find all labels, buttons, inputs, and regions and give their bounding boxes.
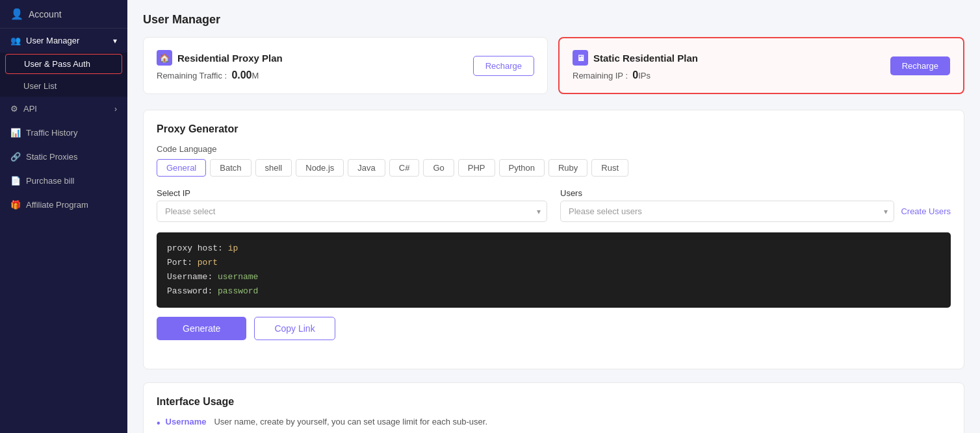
static-plan-title: Static Residential Plan	[593, 53, 698, 64]
residential-plan-card: 🏠 Residential Proxy Plan Remaining Traff…	[143, 37, 548, 94]
code-line: proxy host: ip	[167, 241, 940, 256]
static-recharge-button[interactable]: Recharge	[890, 56, 950, 75]
create-users-link[interactable]: Create Users	[901, 206, 951, 216]
users-group: Users Please select users Create Users	[560, 188, 951, 222]
lang-btn-general[interactable]: General	[157, 159, 206, 177]
purchase-icon: 📄	[10, 176, 21, 186]
lang-btn-nodejs[interactable]: Node.js	[296, 159, 344, 177]
interface-usage-section: Interface Usage UsernameUser name, creat…	[143, 382, 964, 433]
sidebar-item-user-list[interactable]: User List	[0, 75, 127, 97]
code-line: Port: port	[167, 256, 940, 270]
sidebar-item-api[interactable]: ⚙ API ›	[0, 97, 127, 121]
sidebar-purchase-label: Purchase bill	[26, 176, 74, 186]
interface-usage-title: Interface Usage	[157, 396, 951, 408]
select-ip-group: Select IP Please select	[157, 188, 547, 222]
lang-btn-rust[interactable]: Rust	[591, 159, 628, 177]
lang-btn-batch[interactable]: Batch	[210, 159, 251, 177]
static-plan-title-row: 🖥 Static Residential Plan	[573, 50, 698, 66]
sidebar-item-user-pass-auth[interactable]: User & Pass Auth	[5, 54, 122, 74]
lang-btn-shell[interactable]: shell	[255, 159, 292, 177]
select-ip-label: Select IP	[157, 188, 547, 198]
sidebar-item-traffic-history[interactable]: 📊 Traffic History	[0, 121, 127, 145]
usage-list-item: UsernameUser name, create by yourself, y…	[157, 417, 951, 429]
residential-recharge-button[interactable]: Recharge	[473, 56, 534, 76]
sidebar: 👤 Account 👥 User Manager ▾ User & Pass A…	[0, 0, 127, 433]
proxy-generator-title: Proxy Generator	[157, 123, 951, 135]
usage-desc: User name, create by yourself, you can s…	[214, 417, 487, 427]
lang-btn-php[interactable]: PHP	[458, 159, 495, 177]
select-ip-input[interactable]: Please select	[157, 201, 547, 222]
proxy-generator-section: Proxy Generator Code Language GeneralBat…	[143, 110, 964, 369]
residential-plan-info: 🏠 Residential Proxy Plan Remaining Traff…	[157, 50, 283, 81]
traffic-icon: 📊	[10, 128, 21, 138]
main-content: User Manager 🏠 Residential Proxy Plan Re…	[127, 0, 980, 433]
sidebar-sub-menu: User & Pass Auth User List	[0, 53, 127, 97]
code-line: Username: username	[167, 270, 940, 284]
users-label: Users	[560, 188, 951, 198]
usage-key: Username	[166, 417, 207, 427]
sidebar-account[interactable]: 👤 Account	[0, 0, 127, 29]
sidebar-item-label: User Manager	[26, 36, 79, 45]
residential-plan-icon: 🏠	[157, 50, 172, 66]
static-proxies-icon: 🔗	[10, 152, 21, 162]
selects-row: Select IP Please select Users Please sel…	[157, 188, 951, 222]
residential-plan-info-text: Remaining Traffic : 0.00M	[157, 69, 283, 81]
residential-traffic-value: 0.00	[231, 69, 251, 80]
static-plan-icon: 🖥	[573, 50, 588, 66]
account-label: Account	[29, 9, 62, 19]
static-plan-card: 🖥 Static Residential Plan Remaining IP :…	[558, 37, 964, 94]
copy-link-button[interactable]: Copy Link	[254, 317, 335, 340]
chevron-right-icon: ›	[114, 105, 117, 114]
action-buttons: Generate Copy Link	[157, 317, 951, 340]
sidebar-static-label: Static Proxies	[26, 152, 77, 162]
lang-btn-java[interactable]: Java	[348, 159, 385, 177]
code-language-label: Code Language	[157, 144, 951, 154]
sidebar-item-user-manager[interactable]: 👥 User Manager ▾	[0, 29, 127, 53]
code-line: Password: password	[167, 284, 940, 299]
users-select-wrapper: Please select users	[560, 201, 894, 222]
code-block: proxy host: ipPort: portUsername: userna…	[157, 232, 951, 308]
static-plan-info: 🖥 Static Residential Plan Remaining IP :…	[573, 50, 698, 81]
sidebar-item-static-proxies[interactable]: 🔗 Static Proxies	[0, 145, 127, 169]
account-icon: 👤	[10, 8, 23, 20]
sidebar-api-label: API	[23, 104, 37, 114]
sidebar-traffic-label: Traffic History	[26, 128, 77, 138]
lang-btn-python[interactable]: Python	[499, 159, 545, 177]
static-ip-value: 0	[632, 69, 638, 80]
static-plan-info-text: Remaining IP : 0IPs	[573, 69, 698, 81]
users-row: Please select users Create Users	[560, 201, 951, 222]
users-select-input[interactable]: Please select users	[560, 201, 894, 222]
usage-list: UsernameUser name, create by yourself, y…	[157, 417, 951, 433]
lang-btn-c[interactable]: C#	[389, 159, 420, 177]
user-pass-auth-label: User & Pass Auth	[24, 59, 90, 69]
residential-plan-title: Residential Proxy Plan	[177, 53, 283, 64]
generate-button[interactable]: Generate	[157, 317, 246, 340]
user-list-label: User List	[23, 81, 57, 91]
residential-plan-title-row: 🏠 Residential Proxy Plan	[157, 50, 283, 66]
plans-row: 🏠 Residential Proxy Plan Remaining Traff…	[143, 37, 964, 94]
chevron-down-icon: ▾	[113, 36, 117, 45]
sidebar-item-affiliate-program[interactable]: 🎁 Affiliate Program	[0, 193, 127, 217]
select-ip-wrapper: Please select	[157, 201, 547, 222]
sidebar-affiliate-label: Affiliate Program	[26, 200, 88, 210]
lang-btn-ruby[interactable]: Ruby	[548, 159, 587, 177]
lang-btn-go[interactable]: Go	[423, 159, 454, 177]
page-title: User Manager	[143, 13, 964, 27]
api-icon: ⚙	[10, 104, 18, 114]
code-language-tabs: GeneralBatchshellNode.jsJavaC#GoPHPPytho…	[157, 159, 951, 177]
affiliate-icon: 🎁	[10, 200, 21, 210]
user-manager-icon: 👥	[10, 36, 21, 45]
sidebar-item-purchase-bill[interactable]: 📄 Purchase bill	[0, 169, 127, 193]
